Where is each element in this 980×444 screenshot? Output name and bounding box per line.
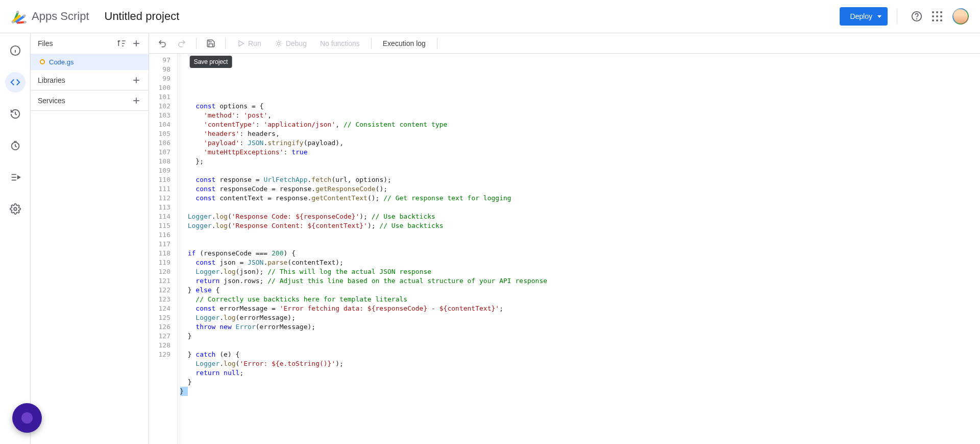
svg-marker-13 [17, 176, 20, 179]
apps-script-logo-icon [10, 8, 27, 25]
project-title[interactable]: Untitled project [105, 10, 180, 23]
save-button[interactable]: Save project [203, 35, 219, 52]
deploy-button[interactable]: Deploy [840, 7, 888, 26]
triggers-icon[interactable] [5, 135, 26, 156]
avatar[interactable] [951, 7, 970, 26]
svg-point-5 [917, 19, 917, 19]
header: Apps Script Untitled project Deploy [0, 0, 980, 33]
files-header: Files [31, 33, 149, 54]
file-item-code[interactable]: Code.gs [31, 54, 149, 70]
editor-area: Save project Run Debug No functions Exec… [149, 33, 980, 444]
divider [437, 38, 437, 49]
redo-button[interactable] [174, 35, 190, 52]
svg-point-14 [14, 207, 17, 211]
divider [196, 38, 197, 49]
line-gutter: 9798991001011021031041051061071081091101… [149, 54, 175, 444]
files-panel: Files Code.gs Libraries Services [31, 33, 149, 444]
divider [371, 38, 372, 49]
apps-grid-icon[interactable] [931, 10, 943, 22]
run-button[interactable]: Run [232, 39, 266, 48]
editor-icon[interactable] [5, 72, 26, 92]
files-label: Files [38, 39, 53, 48]
chevron-down-icon [877, 15, 881, 18]
libraries-label: Libraries [38, 76, 65, 84]
svg-point-3 [24, 21, 27, 24]
svg-point-2 [23, 14, 26, 17]
app-name[interactable]: Apps Script [32, 10, 89, 23]
divider [225, 38, 226, 49]
file-name-label: Code.gs [49, 58, 74, 66]
executions-icon[interactable] [5, 167, 26, 188]
add-service-icon[interactable] [131, 96, 141, 106]
settings-icon[interactable] [5, 199, 26, 219]
unsaved-dot-icon [40, 59, 45, 64]
services-label: Services [38, 97, 65, 105]
code-editor[interactable]: 9798991001011021031041051061071081091101… [149, 54, 980, 444]
functions-dropdown[interactable]: No functions [315, 39, 365, 48]
logo-wrap: Apps Script [10, 8, 105, 25]
execution-log-button[interactable]: Execution log [378, 39, 431, 48]
add-file-icon[interactable] [131, 38, 141, 49]
svg-point-1 [16, 11, 19, 13]
toolbar: Save project Run Debug No functions Exec… [149, 33, 980, 54]
add-library-icon[interactable] [131, 75, 141, 85]
help-icon[interactable] [911, 10, 923, 22]
deploy-label: Deploy [850, 12, 872, 20]
overview-icon[interactable] [5, 40, 26, 61]
code-content[interactable]: const options = { 'method': 'post', 'con… [175, 54, 980, 444]
fab-inner-icon [21, 412, 33, 424]
save-tooltip: Save project [190, 56, 232, 68]
divider [897, 9, 897, 24]
svg-point-0 [12, 21, 14, 24]
history-icon[interactable] [5, 104, 26, 124]
sort-icon[interactable] [117, 38, 127, 49]
fab-button[interactable] [12, 403, 42, 433]
undo-button[interactable] [154, 35, 170, 52]
debug-button[interactable]: Debug [270, 39, 312, 48]
svg-point-22 [277, 42, 280, 44]
libraries-row[interactable]: Libraries [31, 70, 149, 90]
left-rail [0, 33, 31, 444]
svg-marker-21 [239, 40, 243, 46]
services-row[interactable]: Services [31, 90, 149, 111]
